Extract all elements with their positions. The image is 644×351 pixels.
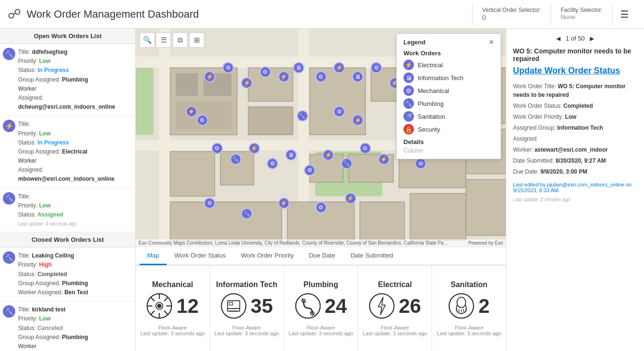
wo-update-link[interactable]: Update Work Order Status bbox=[513, 65, 637, 76]
map-pin[interactable]: ⚙ bbox=[360, 143, 371, 154]
map-pin[interactable]: 🔧 bbox=[230, 154, 242, 165]
svg-point-40 bbox=[157, 304, 161, 308]
svg-marker-52 bbox=[378, 297, 385, 315]
order-3-avatar: 🔧 bbox=[3, 192, 15, 205]
open-order-2[interactable]: ⚡ Title: Priority: Low Status: In Progre… bbox=[0, 116, 135, 188]
open-order-3[interactable]: 🔧 Title: Priority: Low Status: Assigned … bbox=[0, 188, 135, 233]
map-pin[interactable]: ⚙ bbox=[222, 62, 234, 73]
vertical-order-selector[interactable]: Vertical Order Selector: 0 bbox=[473, 3, 551, 25]
map-attribution-text: Esri Community Maps Contributors, Loma L… bbox=[139, 240, 447, 246]
infotech-title: Information Tech bbox=[216, 280, 278, 289]
map-pin[interactable]: ⚙ bbox=[211, 143, 223, 154]
facility-value: None bbox=[561, 13, 603, 21]
map-pin[interactable]: ⚡ bbox=[278, 197, 290, 209]
map-pin[interactable]: ⚙ bbox=[415, 158, 426, 169]
nav-prev-button[interactable]: ◄ bbox=[555, 34, 562, 42]
map-pin[interactable]: ⚙ bbox=[371, 62, 382, 73]
closed-orders-title: Closed Work Orders List bbox=[0, 232, 135, 248]
map-container[interactable]: ⚡ ⚙ ⚡ ⚙ ⚡ 🖥 ⚙ ⚡ 🖥 ⚙ ⚡ 🖥 ⚙ ⚡ ⚙ 🔧 ⚡ ⚙ 🖥 ⚙ bbox=[136, 29, 506, 247]
map-pin[interactable]: ⚙ bbox=[333, 106, 345, 117]
plumbing-icon bbox=[295, 293, 321, 319]
app-header: ☍ Work Order Management Dashboard Vertic… bbox=[0, 0, 644, 29]
map-pin[interactable]: 🔧 bbox=[241, 208, 252, 219]
map-pin[interactable]: ⚙ bbox=[304, 165, 315, 176]
closed-order-1[interactable]: 🔧 Title: Leaking Ceiling Priority: High … bbox=[0, 248, 135, 301]
map-pin[interactable]: 🖥 bbox=[352, 71, 363, 83]
mechanical-legend-icon: ⚙ bbox=[403, 85, 414, 96]
map-pin[interactable]: ⚙ bbox=[315, 71, 327, 83]
map-pin[interactable]: ⚡ bbox=[204, 71, 215, 83]
svg-line-38 bbox=[164, 297, 168, 301]
tab-work-order-status[interactable]: Work Order Status bbox=[167, 247, 233, 265]
sanitation-stat: 2 bbox=[448, 293, 489, 319]
svg-rect-45 bbox=[229, 302, 232, 305]
sanitation-update: Last update: 3 seconds ago bbox=[437, 330, 501, 336]
plumbing-legend-label: Plumbing bbox=[418, 100, 443, 107]
search-tool-button[interactable]: 🔍 bbox=[140, 32, 155, 48]
order-1-priority: Low bbox=[39, 58, 50, 64]
sanitation-icon bbox=[448, 293, 474, 319]
svg-point-41 bbox=[221, 294, 246, 318]
svg-point-54 bbox=[457, 297, 466, 308]
map-pin[interactable]: ⚙ bbox=[315, 202, 327, 213]
map-pin[interactable]: 🖥 bbox=[293, 62, 304, 73]
list-view-button[interactable]: ☰ bbox=[156, 32, 171, 48]
electrical-footer: Floor-Aware bbox=[381, 325, 409, 330]
stat-mechanical: Mechanical bbox=[136, 266, 210, 351]
electrical-count: 26 bbox=[399, 295, 421, 318]
nav-next-button[interactable]: ► bbox=[588, 34, 595, 42]
sanitation-legend-label: Sanitation bbox=[418, 113, 445, 120]
svg-line-58 bbox=[464, 309, 464, 312]
mechanical-footer: Floor-Aware bbox=[158, 325, 187, 330]
map-pin[interactable]: 🔧 bbox=[341, 158, 352, 169]
open-order-1[interactable]: 🔧 Title: ddfefsegfseg Priority: Low Stat… bbox=[0, 44, 135, 116]
vertical-order-label: Vertical Order Selector: bbox=[482, 7, 541, 13]
map-pin[interactable]: 🖥 bbox=[285, 149, 297, 161]
infotech-update: Last update: 3 seconds ago bbox=[214, 330, 279, 336]
legend-header: Legend ✕ bbox=[403, 39, 494, 46]
tab-date-submitted[interactable]: Date Submitted bbox=[343, 247, 401, 265]
map-pin[interactable]: ⚡ bbox=[186, 106, 197, 117]
closed-order-2[interactable]: 🔧 Title: kirkland test Priority: Low Sta… bbox=[0, 301, 135, 351]
wo-field-priority: Work Order Priority: Low bbox=[513, 113, 637, 121]
wo-field-group: Assigned Group: Information Tech bbox=[513, 124, 637, 132]
plumbing-title: Plumbing bbox=[303, 280, 338, 289]
map-pin[interactable]: ⚡ bbox=[278, 71, 290, 83]
nav-current: 1 bbox=[566, 35, 569, 42]
tab-work-order-priority[interactable]: Work Order Priority bbox=[233, 247, 302, 265]
legend-item-security: 🔒 Security bbox=[403, 124, 494, 134]
map-pin[interactable]: ⚙ bbox=[267, 158, 278, 169]
facility-selector[interactable]: Facility Selector: None bbox=[551, 3, 613, 25]
legend-item-electrical: ⚡ Electrical bbox=[403, 60, 494, 70]
app-icon: ☍ bbox=[8, 6, 21, 22]
tab-map[interactable]: Map bbox=[140, 247, 167, 265]
map-attribution: Esri Community Maps Contributors, Loma L… bbox=[136, 239, 506, 247]
grid-view-button[interactable]: ⊞ bbox=[189, 32, 204, 48]
sanitation-count: 2 bbox=[478, 295, 489, 318]
facility-label: Facility Selector: bbox=[561, 7, 603, 13]
infotech-legend-icon: 🖥 bbox=[403, 72, 414, 83]
map-pin[interactable]: ⚙ bbox=[204, 197, 215, 209]
infotech-count: 35 bbox=[251, 295, 273, 318]
menu-icon[interactable]: ☰ bbox=[613, 9, 636, 20]
legend-popup: Legend ✕ Work Orders ⚡ Electrical 🖥 Info… bbox=[396, 33, 501, 159]
map-pin[interactable]: 🔧 bbox=[297, 110, 308, 122]
sidebar: Open Work Orders List 🔧 Title: ddfefsegf… bbox=[0, 29, 136, 351]
svg-line-56 bbox=[459, 309, 459, 312]
map-pin[interactable]: ⚙ bbox=[197, 114, 208, 126]
map-pin[interactable]: ⚡ bbox=[378, 154, 390, 165]
map-pin[interactable]: ⚡ bbox=[241, 77, 252, 89]
plumbing-count: 24 bbox=[325, 295, 347, 318]
map-pin[interactable]: ⚙ bbox=[260, 66, 271, 78]
map-pin[interactable]: ⚡ bbox=[249, 143, 260, 154]
wo-header-title: WO 5: Computer monitor needs to be repai… bbox=[513, 47, 637, 62]
layer-view-button[interactable]: ⧉ bbox=[172, 32, 188, 48]
map-pin[interactable]: ⚡ bbox=[322, 149, 334, 161]
svg-line-39 bbox=[151, 311, 155, 315]
map-pin[interactable]: ⚡ bbox=[333, 62, 345, 73]
map-pin[interactable]: ⚡ bbox=[345, 193, 356, 204]
tab-due-date[interactable]: Due Date bbox=[302, 247, 343, 265]
map-pin[interactable]: ⚡ bbox=[352, 114, 363, 126]
legend-item-plumbing: 🔧 Plumbing bbox=[403, 98, 494, 109]
legend-close-button[interactable]: ✕ bbox=[489, 39, 494, 46]
